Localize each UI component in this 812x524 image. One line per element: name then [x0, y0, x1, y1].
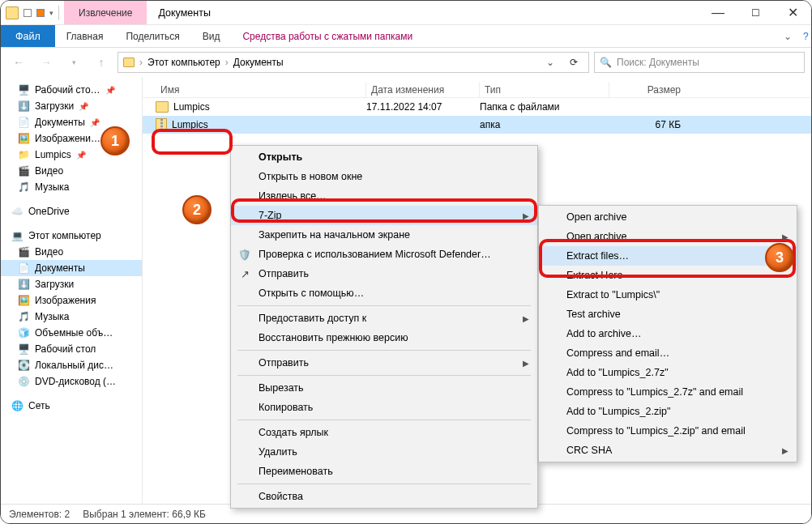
crumb-thispc[interactable]: Этот компьютер — [147, 57, 220, 68]
nav-localdisk[interactable]: 💽Локальный дис… — [1, 357, 142, 373]
checkbox-icon[interactable] — [24, 9, 32, 17]
tab-home[interactable]: Главная — [55, 25, 115, 47]
ctx-open[interactable]: Открыть — [231, 147, 537, 167]
forward-button[interactable]: → — [35, 51, 58, 74]
table-row[interactable]: Lumpics 17.11.2022 14:07 Папка с файлами — [143, 98, 811, 116]
sub-test[interactable]: Test archive — [539, 305, 797, 324]
address-bar[interactable]: › Этот компьютер › Документы ⌄ ⟳ — [118, 52, 589, 73]
network-icon: 🌐 — [11, 400, 24, 411]
ctx-rename[interactable]: Переименовать — [231, 462, 537, 481]
ctx-extract-all[interactable]: Извлечь все… — [231, 186, 537, 206]
checkbox-on-icon[interactable] — [36, 9, 45, 17]
col-name[interactable]: Имя — [156, 82, 366, 97]
ctx-give-access[interactable]: Предоставить доступ к▶ — [231, 309, 537, 328]
recent-dropdown[interactable]: ▾ — [62, 51, 85, 74]
ctx-7zip[interactable]: 7-Zip▶ — [231, 206, 537, 225]
separator — [58, 6, 59, 20]
folder-icon — [6, 6, 19, 19]
sub-compress-email[interactable]: Compress and email… — [539, 343, 797, 363]
chevron-right-icon: › — [225, 57, 229, 68]
folder-icon — [156, 101, 169, 113]
ctx-open-with[interactable]: Открыть с помощью… — [231, 283, 537, 303]
col-size[interactable]: Размер — [609, 82, 690, 97]
shield-icon: 🛡️ — [237, 249, 252, 261]
tab-compressed-tools[interactable]: Средства работы с сжатыми папками — [231, 25, 424, 47]
video-icon: 🎬 — [17, 165, 30, 177]
contextual-tab-tools[interactable]: Извлечение — [64, 1, 147, 24]
down-caret-icon[interactable]: ▾ — [49, 9, 53, 17]
documents-icon: 📄 — [17, 117, 30, 128]
nav-dvd[interactable]: 💿DVD-дисковод (… — [1, 373, 142, 390]
tab-file[interactable]: Файл — [1, 25, 55, 47]
ctx-share[interactable]: ↗Отправить — [231, 264, 537, 283]
col-date[interactable]: Дата изменения — [366, 82, 480, 97]
sub-open-archive-2[interactable]: Open archive▶ — [539, 227, 797, 246]
nav-thispc[interactable]: 💻Этот компьютер — [1, 228, 142, 244]
separator — [237, 305, 531, 306]
search-placeholder: Поиск: Документы — [617, 57, 699, 68]
ctx-open-new-window[interactable]: Открыть в новом окне — [231, 167, 537, 186]
folder-icon: 📁 — [17, 149, 30, 160]
callout-marker-1: 1 — [100, 126, 130, 155]
nav-desktop2[interactable]: 🖥️Рабочий стол — [1, 341, 142, 357]
ctx-properties[interactable]: Свойства — [231, 487, 537, 506]
back-button[interactable]: ← — [7, 51, 30, 74]
column-headers[interactable]: Имя Дата изменения Тип Размер — [143, 77, 811, 98]
close-button[interactable]: ✕ — [774, 1, 811, 24]
ctx-copy[interactable]: Копировать — [231, 398, 537, 417]
nav-pictures2[interactable]: 🖼️Изображения — [1, 292, 142, 309]
search-input[interactable]: 🔍 Поиск: Документы — [594, 52, 805, 73]
tab-view[interactable]: Вид — [191, 25, 232, 47]
chevron-right-icon: ▶ — [782, 446, 788, 455]
help-icon[interactable]: ? — [803, 25, 811, 47]
nav-downloads2[interactable]: ⬇️Загрузки — [1, 276, 142, 292]
chevron-right-icon: ▶ — [523, 359, 529, 368]
nav-videos[interactable]: 🎬Видео — [1, 163, 142, 179]
sub-add-7z[interactable]: Add to "Lumpics_2.7z" — [539, 363, 797, 382]
sub-compress-zip-email[interactable]: Compress to "Lumpics_2.zip" and email — [539, 421, 797, 441]
ctx-defender[interactable]: 🛡️Проверка с использованием Microsoft De… — [231, 245, 537, 264]
nav-documents2[interactable]: 📄Документы — [1, 260, 142, 276]
sub-extract-here[interactable]: Extract Here — [539, 266, 797, 285]
ctx-send-to[interactable]: Отправить▶ — [231, 353, 537, 373]
separator — [237, 375, 531, 376]
crumb-documents[interactable]: Документы — [233, 57, 284, 68]
nav-3dobjects[interactable]: 🧊Объемные объ… — [1, 325, 142, 341]
ctx-restore[interactable]: Восстановить прежнюю версию — [231, 328, 537, 347]
maximize-button[interactable]: ☐ — [737, 1, 774, 24]
nav-onedrive[interactable]: ☁️OneDrive — [1, 203, 142, 219]
ribbon-collapse-icon[interactable]: ⌄ — [772, 25, 803, 47]
ctx-cut[interactable]: Вырезать — [231, 378, 537, 398]
sub-open-archive[interactable]: Open archive — [539, 207, 797, 227]
nav-network[interactable]: 🌐Сеть — [1, 398, 142, 414]
col-type[interactable]: Тип — [480, 82, 609, 97]
sub-crc[interactable]: CRC SHA▶ — [539, 441, 797, 460]
context-menu-7zip[interactable]: Open archive Open archive▶ Extract files… — [538, 205, 797, 462]
ctx-delete[interactable]: Удалить — [231, 442, 537, 462]
navigation-bar: ← → ▾ ↑ › Этот компьютер › Документы ⌄ ⟳… — [1, 48, 811, 77]
table-row[interactable]: Lumpics апка 67 КБ — [143, 116, 811, 134]
tab-share[interactable]: Поделиться — [114, 25, 190, 47]
nav-desktop[interactable]: 🖥️Рабочий сто…📌 — [1, 82, 142, 98]
ctx-shortcut[interactable]: Создать ярлык — [231, 423, 537, 442]
sub-compress-7z-email[interactable]: Compress to "Lumpics_2.7z" and email — [539, 382, 797, 402]
up-button[interactable]: ↑ — [90, 51, 113, 74]
minimize-button[interactable]: — — [699, 1, 737, 24]
sub-add-zip[interactable]: Add to "Lumpics_2.zip" — [539, 402, 797, 421]
chevron-right-icon: › — [139, 57, 143, 68]
nav-downloads[interactable]: ⬇️Загрузки📌 — [1, 98, 142, 114]
dropdown-caret-icon[interactable]: ⌄ — [541, 57, 559, 68]
status-selection: Выбран 1 элемент: 66,9 КБ — [83, 509, 206, 520]
nav-videos2[interactable]: 🎬Видео — [1, 244, 142, 260]
ribbon-tabs: Файл Главная Поделиться Вид Средства раб… — [1, 25, 811, 48]
sub-extract-files[interactable]: Extract files… — [539, 246, 797, 266]
nav-music2[interactable]: 🎵Музыка — [1, 309, 142, 325]
ctx-pin-start[interactable]: Закрепить на начальном экране — [231, 225, 537, 245]
context-menu-main[interactable]: Открыть Открыть в новом окне Извлечь все… — [230, 145, 538, 509]
documents-icon: 📄 — [17, 262, 30, 274]
sub-extract-to[interactable]: Extract to "Lumpics\" — [539, 285, 797, 305]
sub-add[interactable]: Add to archive… — [539, 324, 797, 343]
refresh-icon[interactable]: ⟳ — [564, 57, 583, 68]
nav-music[interactable]: 🎵Музыка — [1, 179, 142, 195]
zip-icon — [156, 118, 167, 131]
